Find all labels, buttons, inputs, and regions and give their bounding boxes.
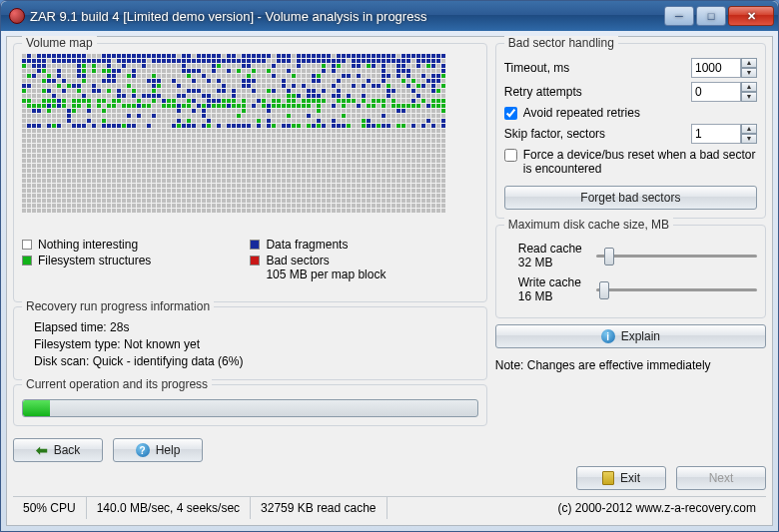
exit-button[interactable]: Exit xyxy=(576,466,666,490)
curop-legend: Current operation and its progress xyxy=(22,377,212,391)
elapsed-time: Elapsed time: 28s xyxy=(34,320,478,334)
status-cpu: 50% CPU xyxy=(13,497,87,519)
timeout-input[interactable] xyxy=(691,58,741,78)
legend-fs: Filesystem structures xyxy=(38,254,151,267)
forget-bad-sectors-button[interactable]: Forget bad sectors xyxy=(504,186,757,210)
force-reset-label: Force a device/bus reset when a bad sect… xyxy=(523,148,757,176)
swatch-bad-icon xyxy=(250,256,260,266)
help-icon: ? xyxy=(136,443,150,457)
cache-group: Maximum disk cache size, MB Read cache 3… xyxy=(495,225,766,318)
read-cache-value: 32 MB xyxy=(518,256,588,269)
status-cache: 32759 KB read cache xyxy=(251,497,387,519)
swatch-data-icon xyxy=(250,240,260,250)
skip-input[interactable] xyxy=(691,124,741,144)
disk-scan-status: Disk scan: Quick - identifying data (6%) xyxy=(34,354,478,368)
exit-icon xyxy=(602,471,614,485)
progress-legend: Recovery run progress information xyxy=(22,299,214,313)
retry-input[interactable] xyxy=(691,82,741,102)
write-cache-value: 16 MB xyxy=(518,289,588,303)
status-bar: 50% CPU 140.0 MB/sec, 4 seeks/sec 32759 … xyxy=(13,496,766,519)
retry-down-btn[interactable]: ▼ xyxy=(741,92,757,102)
avoid-retries-label: Avoid repeated retries xyxy=(523,106,757,120)
close-button[interactable]: ✕ xyxy=(728,6,774,26)
timeout-down-btn[interactable]: ▼ xyxy=(741,68,757,78)
avoid-retries-checkbox[interactable] xyxy=(504,107,517,120)
legend-nothing: Nothing interesting xyxy=(38,238,138,252)
volume-map-canvas xyxy=(22,54,478,232)
app-icon xyxy=(9,8,25,24)
filesystem-type: Filesystem type: Not known yet xyxy=(34,337,478,351)
changes-note: Note: Changes are effective immediately xyxy=(495,358,766,372)
write-cache-slider[interactable] xyxy=(596,280,757,299)
cache-legend: Maximum disk cache size, MB xyxy=(504,218,673,232)
explain-button[interactable]: iExplain xyxy=(495,324,766,348)
help-button[interactable]: ?Help xyxy=(113,438,203,462)
bad-sector-group: Bad sector handling Timeout, ms ▲▼ Retry… xyxy=(495,43,766,219)
progress-bar xyxy=(22,399,478,417)
status-io: 140.0 MB/sec, 4 seeks/sec xyxy=(87,497,251,519)
volume-map-group: Volume map Nothing interesting Filesyste… xyxy=(13,43,487,302)
titlebar[interactable]: ZAR 9.1 build 4 [Limited demo version] -… xyxy=(1,1,778,31)
timeout-label: Timeout, ms xyxy=(504,61,685,75)
timeout-up-btn[interactable]: ▲ xyxy=(741,58,757,68)
skip-up-btn[interactable]: ▲ xyxy=(741,124,757,134)
back-button[interactable]: ⬅Back xyxy=(13,438,103,462)
maximize-button[interactable]: □ xyxy=(696,6,726,26)
back-arrow-icon: ⬅ xyxy=(36,442,48,458)
bad-sector-legend: Bad sector handling xyxy=(504,36,618,50)
next-button[interactable]: Next xyxy=(676,466,766,490)
volume-map-legend: Volume map xyxy=(22,36,97,50)
legend-data: Data fragments xyxy=(266,238,348,252)
window-title: ZAR 9.1 build 4 [Limited demo version] -… xyxy=(30,9,664,24)
force-reset-checkbox[interactable] xyxy=(504,149,517,162)
read-cache-label: Read cache xyxy=(518,242,588,256)
progress-info-group: Recovery run progress information Elapse… xyxy=(13,306,487,380)
skip-label: Skip factor, sectors xyxy=(504,127,685,141)
minimize-button[interactable]: ─ xyxy=(664,6,694,26)
status-copyright: (c) 2000-2012 www.z-a-recovery.com xyxy=(547,497,766,519)
skip-down-btn[interactable]: ▼ xyxy=(741,134,757,144)
swatch-nothing-icon xyxy=(22,240,32,250)
swatch-fs-icon xyxy=(22,256,32,266)
app-window: ZAR 9.1 build 4 [Limited demo version] -… xyxy=(0,0,779,532)
current-op-group: Current operation and its progress xyxy=(13,384,487,426)
read-cache-slider[interactable] xyxy=(596,247,757,266)
retry-up-btn[interactable]: ▲ xyxy=(741,82,757,92)
content-area: Volume map Nothing interesting Filesyste… xyxy=(6,36,773,526)
retry-label: Retry attempts xyxy=(504,85,685,99)
info-icon: i xyxy=(601,329,615,343)
legend-block-size: 105 MB per map block xyxy=(266,267,386,281)
legend-bad: Bad sectors xyxy=(266,254,386,267)
write-cache-label: Write cache xyxy=(518,275,588,289)
